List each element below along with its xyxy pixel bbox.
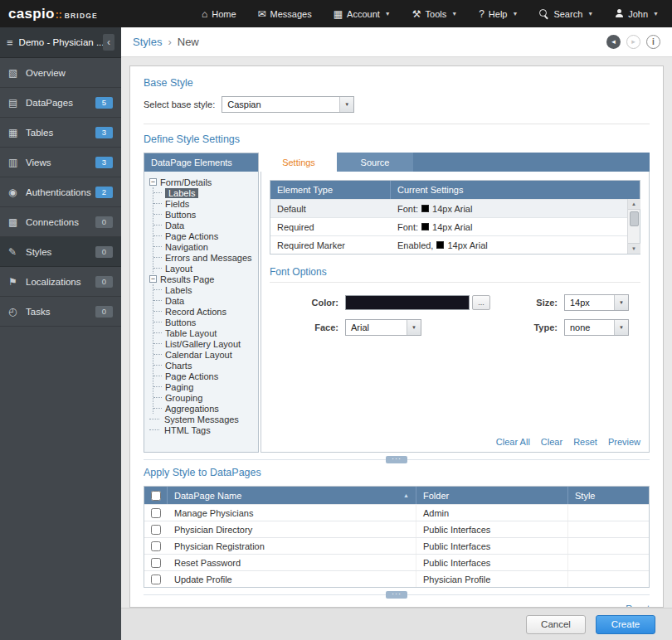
tab-source[interactable]: Source [337, 153, 413, 172]
base-style-select[interactable]: Caspian ▼ [222, 96, 354, 113]
chevron-down-icon: ▼ [339, 97, 353, 112]
select-all-checkbox[interactable] [151, 491, 161, 501]
tree-item[interactable]: Errors and Messages [153, 252, 256, 263]
tree-item[interactable]: Navigation [153, 241, 256, 252]
table-row[interactable]: Manage Physicians Admin [144, 504, 649, 521]
row-checkbox[interactable] [151, 575, 161, 584]
clear-link[interactable]: Clear [541, 437, 562, 447]
tree-item[interactable]: Labels [153, 187, 256, 198]
styles-icon: ✎ [8, 246, 26, 258]
collapse-sidebar-icon[interactable]: ‹ [103, 34, 114, 51]
column-header-current-settings[interactable]: Current Settings [391, 185, 640, 195]
scrollbar-thumb[interactable] [630, 211, 639, 226]
sidebar-item-localizations[interactable]: ⚑ Localizations 0 [0, 267, 121, 297]
tree-item[interactable]: Data [153, 295, 256, 306]
sort-ascending-icon[interactable]: ▲ [403, 492, 409, 498]
nav-home[interactable]: ⌂ Home [202, 9, 236, 19]
tree-item[interactable]: Record Actions [153, 306, 256, 317]
nav-help[interactable]: ? Help ▼ [479, 9, 518, 19]
count-badge: 0 [95, 276, 113, 288]
splitter-handle[interactable]: ··· [386, 456, 407, 463]
nav-search[interactable]: Search ▼ [539, 9, 593, 19]
table-row[interactable]: Default Font: 14px Arial [270, 199, 640, 217]
nav-tools-label: Tools [426, 9, 447, 19]
table-row[interactable]: Reset Password Public Interfaces [144, 554, 649, 570]
tree-item[interactable]: Calendar Layout [153, 349, 256, 360]
row-checkbox[interactable] [151, 541, 161, 551]
reset-link[interactable]: Reset [573, 437, 597, 447]
color-label: Color: [293, 298, 338, 308]
tree-item[interactable]: Aggregations [153, 403, 256, 414]
type-select[interactable]: none ▼ [564, 319, 629, 336]
splitter-handle[interactable]: ··· [386, 591, 407, 599]
row-checkbox[interactable] [151, 525, 161, 535]
tree-item[interactable]: Layout [153, 263, 256, 274]
nav-messages[interactable]: ✉ Messages [258, 9, 312, 19]
create-button[interactable]: Create [596, 615, 655, 634]
tree-item[interactable]: Page Actions [153, 230, 256, 241]
tree-item-system-messages[interactable]: System Messages [153, 414, 256, 424]
cancel-button[interactable]: Cancel [526, 615, 586, 634]
scroll-down-icon[interactable]: ▼ [628, 243, 640, 254]
vertical-scrollbar[interactable]: ▲ ▼ [627, 199, 640, 254]
tree-node-results-page[interactable]: − Results Page [149, 274, 256, 284]
collapse-node-icon[interactable]: − [149, 275, 157, 283]
table-row[interactable]: Required Marker Enabled, 14px Arial [270, 235, 640, 254]
tree-item-html-tags[interactable]: HTML Tags [153, 424, 256, 435]
table-row[interactable]: Physician Directory Public Interfaces [144, 521, 649, 537]
account-icon: ▦ [334, 9, 343, 19]
workspace-switcher[interactable]: ≡ Demo - Physician ... ‹ [0, 27, 121, 58]
table-row[interactable]: Physician Registration Public Interfaces [144, 537, 649, 554]
tree-item[interactable]: Grouping [153, 392, 256, 403]
breadcrumb-styles-link[interactable]: Styles [133, 36, 162, 48]
tree-item[interactable]: List/Gallery Layout [153, 338, 256, 349]
user-icon [615, 9, 624, 18]
sidebar-item-views[interactable]: ▥ Views 3 [0, 148, 121, 177]
scroll-up-icon[interactable]: ▲ [628, 199, 640, 210]
caspio-logo[interactable]: caspio :: BRIDGE [8, 6, 98, 22]
sidebar-item-styles[interactable]: ✎ Styles 0 [0, 237, 121, 267]
clear-all-link[interactable]: Clear All [496, 437, 530, 447]
table-row[interactable]: Update Profile Physician Profile [144, 570, 649, 587]
collapse-node-icon[interactable]: − [149, 178, 157, 186]
preview-link[interactable]: Preview [608, 437, 640, 447]
nav-user[interactable]: John ▼ [615, 9, 659, 19]
forward-button[interactable]: ▸ [626, 35, 640, 49]
sidebar-item-datapages[interactable]: ▤ DataPages 5 [0, 88, 121, 118]
nav-account-label: Account [347, 9, 380, 19]
views-icon: ▥ [8, 157, 26, 168]
column-header-style[interactable]: Style [568, 491, 649, 501]
tree-item[interactable]: Buttons [153, 317, 256, 327]
tree-node-form-details[interactable]: − Form/Details [149, 177, 256, 187]
row-checkbox[interactable] [151, 558, 161, 568]
color-picker-button[interactable]: ... [472, 295, 490, 310]
row-checkbox[interactable] [151, 508, 161, 518]
column-header-folder[interactable]: Folder [416, 487, 568, 504]
tree-item[interactable]: Fields [153, 198, 256, 209]
back-button[interactable]: ◂ [606, 35, 621, 49]
caspio-logo-text: caspio [8, 6, 55, 22]
nav-tools[interactable]: ⚒ Tools ▼ [412, 9, 457, 19]
sidebar-item-authentications[interactable]: ◉ Authentications 2 [0, 177, 121, 207]
sidebar-item-tables[interactable]: ▦ Tables 3 [0, 118, 121, 148]
nav-account[interactable]: ▦ Account ▼ [334, 9, 391, 19]
tree-item[interactable]: Data [153, 220, 256, 230]
color-value-field[interactable] [345, 295, 470, 310]
nav-help-label: Help [489, 9, 508, 19]
tree-item[interactable]: Table Layout [153, 327, 256, 338]
tree-item[interactable]: Page Actions [153, 371, 256, 381]
tree-item[interactable]: Buttons [153, 209, 256, 220]
sidebar-item-tasks[interactable]: ◴ Tasks 0 [0, 297, 121, 327]
sidebar-item-overview[interactable]: ▧ Overview [0, 58, 121, 88]
size-select[interactable]: 14px ▼ [564, 294, 629, 311]
tree-item[interactable]: Charts [153, 360, 256, 371]
tree-item[interactable]: Paging [153, 381, 256, 392]
info-button[interactable]: i [646, 35, 660, 49]
table-row[interactable]: Required Font: 14px Arial [270, 217, 640, 235]
tree-item[interactable]: Labels [153, 284, 256, 295]
tab-settings[interactable]: Settings [261, 153, 337, 172]
face-select[interactable]: Arial ▼ [345, 319, 421, 336]
column-header-datapage-name[interactable]: DataPage Name ▲ [168, 487, 416, 504]
column-header-element-type[interactable]: Element Type [270, 181, 391, 199]
sidebar-item-connections[interactable]: ▩ Connections 0 [0, 207, 121, 237]
